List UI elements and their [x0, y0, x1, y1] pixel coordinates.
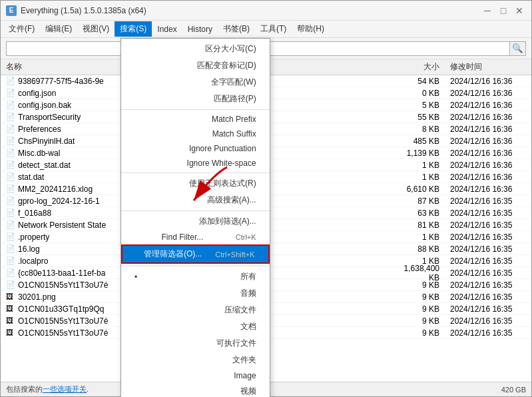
dropdown-menu-item[interactable]: 音频: [121, 285, 270, 302]
file-icon: 📄: [6, 197, 15, 206]
dropdown-menu-item[interactable]: Image: [121, 368, 270, 383]
menu-item-label: Match Suffix: [212, 129, 256, 139]
file-name: .localpro: [18, 256, 48, 266]
dropdown-menu-item[interactable]: Match Suffix: [121, 127, 270, 141]
search-button[interactable]: 🔍: [510, 41, 526, 56]
col-header-date[interactable]: 修改时间: [445, 61, 531, 73]
dropdown-menu-item[interactable]: 文件夹: [121, 352, 270, 368]
menubar: 文件(F) 编辑(E) 视图(V) 搜索(S) Index History 书签…: [1, 21, 531, 38]
status-link[interactable]: 一些选项开关: [43, 385, 87, 393]
file-icon: 🖼: [6, 304, 15, 314]
window-title: Everything (1.5a) 1.5.0.1385a (x64): [21, 6, 146, 15]
dropdown-menu-item[interactable]: 视频: [121, 383, 270, 397]
file-name: O1CN015N5sYt1T3oU7é: [18, 328, 108, 338]
file-size: 63 KB: [392, 208, 445, 218]
menu-search[interactable]: 搜索(S): [115, 21, 152, 37]
file-date: 2024/12/16 16:35: [445, 208, 531, 218]
dropdown-menu-item[interactable]: 可执行文件: [121, 335, 270, 352]
file-size: 485 KB: [392, 137, 445, 146]
file-size: 8 KB: [392, 125, 445, 134]
dropdown-menu-item[interactable]: Ignore Punctuation: [121, 141, 270, 156]
col-header-name[interactable]: 名称: [1, 61, 127, 73]
file-name: config.json.bak: [18, 101, 71, 110]
file-name: Preferences: [18, 125, 61, 134]
dropdown-menu-item[interactable]: Find Filter...Ctrl+K: [121, 230, 270, 244]
menu-edit[interactable]: 编辑(E): [40, 21, 77, 37]
file-date: 2024/12/16 16:36: [445, 161, 531, 170]
menu-separator: [121, 266, 270, 266]
file-name: O1CN015N5sYt1T3oU7é: [18, 316, 108, 326]
file-name: detect_stat.dat: [18, 161, 71, 170]
col-header-size[interactable]: 大小: [392, 61, 445, 73]
file-icon: 📄: [6, 149, 15, 158]
dropdown-menu-item[interactable]: 文档: [121, 318, 270, 335]
file-icon: 📄: [6, 101, 15, 110]
file-icon: 🖼: [6, 316, 15, 326]
maximize-button[interactable]: □: [497, 4, 510, 17]
dropdown-menu-item[interactable]: 添加到筛选(A)...: [121, 213, 270, 230]
menu-history[interactable]: History: [182, 23, 218, 36]
menu-tools[interactable]: 工具(T): [255, 21, 292, 37]
menu-help[interactable]: 帮助(H): [292, 21, 330, 37]
file-date: 2024/12/16 16:35: [445, 197, 531, 206]
menu-separator: [121, 210, 270, 211]
file-date: 2024/12/16 16:35: [445, 256, 531, 266]
menu-item-label: Match Prefix: [212, 115, 256, 124]
menu-item-label: Image: [234, 371, 256, 380]
menu-item-label: 全字匹配(W): [211, 77, 256, 88]
file-date: 2024/12/16 16:35: [445, 316, 531, 326]
menu-bookmarks[interactable]: 书签(B): [218, 21, 255, 37]
file-icon: 📄: [6, 125, 15, 134]
dropdown-menu-item[interactable]: • 所有: [121, 268, 270, 285]
file-date: 2024/12/16 16:35: [445, 328, 531, 338]
file-icon: 📄: [6, 280, 15, 290]
menu-item-label: 视频: [240, 386, 256, 397]
menu-view[interactable]: 视图(V): [77, 21, 115, 37]
dropdown-menu-item[interactable]: 管理筛选器(O)...Ctrl+Shift+K: [121, 244, 270, 264]
file-icon: 📄: [6, 113, 15, 122]
file-name: 93869777-57f5-4a36-9e: [18, 77, 104, 86]
file-date: 2024/12/16 16:35: [445, 220, 531, 230]
file-size: 88 KB: [392, 244, 445, 254]
file-date: 2024/12/16 16:35: [445, 244, 531, 254]
menu-item-label: 文档: [240, 321, 256, 332]
dropdown-menu-item[interactable]: 使用正则表达式(R): [121, 175, 270, 192]
file-size: 1 KB: [392, 173, 445, 182]
file-date: 2024/12/16 16:36: [445, 185, 531, 194]
file-name: TransportSecurity: [18, 113, 81, 122]
dropdown-menu-item[interactable]: Match Prefix: [121, 112, 270, 127]
dropdown-menu-item[interactable]: 高级搜索(A)...: [121, 192, 270, 208]
file-icon: 📄: [6, 137, 15, 146]
file-icon: 📄: [6, 220, 15, 230]
menu-index[interactable]: Index: [152, 23, 182, 36]
minimize-button[interactable]: ─: [481, 4, 494, 17]
file-date: 2024/12/16 16:36: [445, 173, 531, 182]
file-icon: 📄: [6, 173, 15, 182]
dropdown-menu-item[interactable]: 匹配变音标记(D): [121, 57, 270, 74]
menu-item-label: 所有: [240, 271, 256, 282]
dropdown-menu-item[interactable]: 压缩文件: [121, 302, 270, 318]
file-size: 9 KB: [392, 304, 445, 314]
title-controls: ─ □ ✕: [481, 4, 526, 17]
file-name: {cc80e113-baa1-11ef-ba: [18, 268, 105, 278]
close-button[interactable]: ✕: [513, 4, 526, 17]
title-bar: E Everything (1.5a) 1.5.0.1385a (x64) ─ …: [1, 1, 531, 21]
file-name: stat.dat: [18, 173, 44, 182]
menu-item-label: 文件夹: [232, 354, 256, 366]
file-size: 1 KB: [392, 232, 445, 242]
dropdown-menu-item[interactable]: Ignore White-space: [121, 156, 270, 171]
file-date: 2024/12/16 16:35: [445, 268, 531, 278]
menu-file[interactable]: 文件(F): [3, 21, 40, 37]
file-date: 2024/12/16 16:35: [445, 280, 531, 290]
bullet-marker: •: [134, 272, 137, 282]
menu-item-label: 匹配路径(P): [214, 93, 256, 105]
dropdown-menu-item[interactable]: 全字匹配(W): [121, 74, 270, 91]
menu-item-label: 可执行文件: [216, 338, 256, 349]
dropdown-menu-item[interactable]: 匹配路径(P): [121, 91, 270, 107]
dropdown-menu-item[interactable]: 区分大小写(C): [121, 41, 270, 57]
file-name: gpro-log_2024-12-16-1: [18, 197, 100, 206]
title-bar-left: E Everything (1.5a) 1.5.0.1385a (x64): [6, 5, 146, 16]
search-dropdown-menu: 区分大小写(C)匹配变音标记(D)全字匹配(W)匹配路径(P)Match Pre…: [121, 38, 270, 397]
file-size: 1 KB: [392, 161, 445, 170]
file-name: MM2_20241216.xlog: [18, 185, 93, 194]
